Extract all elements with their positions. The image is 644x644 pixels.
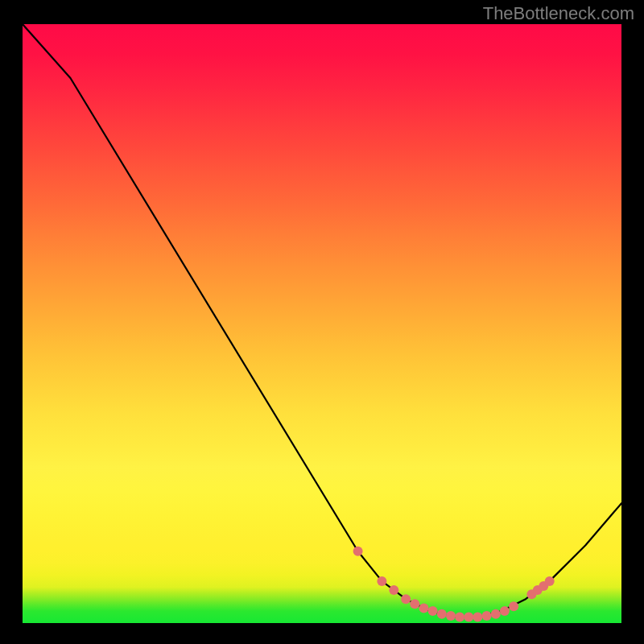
marker-point: [437, 609, 447, 619]
marker-point: [464, 613, 473, 622]
chart-svg: [23, 24, 621, 623]
marker-point: [509, 601, 518, 611]
marker-point: [389, 585, 398, 595]
plot-area: [23, 24, 621, 623]
marker-point: [428, 606, 438, 616]
marker-point: [410, 599, 419, 609]
marker-point: [473, 613, 482, 622]
marker-point: [419, 603, 429, 613]
marker-point: [353, 547, 363, 556]
chart-frame: TheBottleneck.com: [0, 0, 644, 644]
marker-point: [377, 576, 386, 586]
attribution-text: TheBottleneck.com: [483, 3, 634, 24]
marker-point: [500, 606, 510, 616]
marker-point: [401, 594, 411, 604]
marker-point: [482, 611, 492, 621]
marker-point: [446, 611, 456, 621]
bottleneck-curve: [23, 24, 621, 617]
marker-point: [455, 613, 464, 622]
marker-group: [353, 547, 555, 622]
marker-point: [545, 576, 555, 586]
marker-point: [491, 609, 501, 619]
